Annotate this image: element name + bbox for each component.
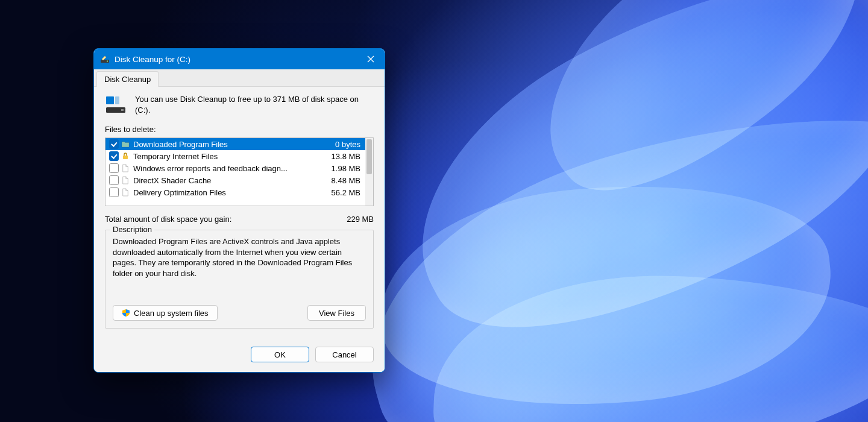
file-icon bbox=[121, 163, 130, 173]
description-group: Description Downloaded Program Files are… bbox=[105, 230, 374, 329]
cancel-button[interactable]: Cancel bbox=[315, 347, 374, 362]
window-title: Disk Cleanup for (C:) bbox=[115, 55, 357, 64]
list-item-checkbox[interactable] bbox=[109, 163, 119, 173]
file-icon bbox=[121, 187, 130, 197]
list-item-size: 13.8 MB bbox=[327, 152, 360, 161]
list-item[interactable]: Downloaded Program Files0 bytes bbox=[105, 138, 365, 150]
disk-cleanup-window: Disk Cleanup for (C:) Disk Cleanup You c… bbox=[93, 48, 385, 373]
list-item[interactable]: DirectX Shader Cache8.48 MB bbox=[105, 174, 365, 186]
tab-disk-cleanup[interactable]: Disk Cleanup bbox=[96, 71, 159, 87]
ok-label: OK bbox=[274, 350, 286, 359]
files-to-delete-label: Files to delete: bbox=[105, 125, 374, 134]
list-item-checkbox[interactable] bbox=[109, 139, 119, 149]
total-gain-value: 229 MB bbox=[347, 215, 374, 224]
total-gain-label: Total amount of disk space you gain: bbox=[105, 215, 347, 224]
clean-system-files-button[interactable]: Clean up system files bbox=[113, 305, 218, 321]
lock-icon bbox=[121, 151, 130, 161]
clean-system-files-label: Clean up system files bbox=[134, 309, 209, 318]
list-item-name: Delivery Optimization Files bbox=[132, 188, 324, 197]
list-item-size: 0 bytes bbox=[330, 140, 360, 149]
description-text: Downloaded Program Files are ActiveX con… bbox=[113, 236, 366, 297]
list-item[interactable]: Delivery Optimization Files56.2 MB bbox=[105, 186, 365, 198]
svg-rect-6 bbox=[123, 156, 128, 159]
disk-cleanup-app-icon bbox=[100, 54, 110, 64]
intro-text: You can use Disk Cleanup to free up to 3… bbox=[135, 94, 374, 116]
cancel-label: Cancel bbox=[332, 350, 356, 359]
list-item-size: 1.98 MB bbox=[327, 164, 360, 173]
list-item-name: Temporary Internet Files bbox=[132, 152, 324, 161]
svg-rect-5 bbox=[121, 109, 124, 111]
close-button[interactable] bbox=[357, 49, 385, 69]
list-item-name: DirectX Shader Cache bbox=[132, 176, 324, 185]
svg-rect-1 bbox=[107, 61, 108, 62]
view-files-label: View Files bbox=[319, 309, 354, 318]
list-item-size: 56.2 MB bbox=[327, 188, 360, 197]
view-files-button[interactable]: View Files bbox=[307, 305, 366, 321]
file-icon bbox=[121, 175, 130, 185]
scrollbar-thumb[interactable] bbox=[366, 139, 372, 174]
list-item[interactable]: Temporary Internet Files13.8 MB bbox=[105, 150, 365, 162]
list-item-name: Downloaded Program Files bbox=[132, 140, 328, 149]
titlebar[interactable]: Disk Cleanup for (C:) bbox=[94, 49, 385, 69]
svg-rect-3 bbox=[115, 96, 119, 104]
list-item-checkbox[interactable] bbox=[109, 175, 119, 185]
tabstrip: Disk Cleanup bbox=[94, 69, 385, 87]
list-item-name: Windows error reports and feedback diagn… bbox=[132, 164, 324, 173]
listbox-scrollbar[interactable] bbox=[365, 138, 373, 206]
ok-button[interactable]: OK bbox=[251, 347, 309, 362]
list-item-size: 8.48 MB bbox=[327, 176, 360, 185]
list-item-checkbox[interactable] bbox=[109, 187, 119, 197]
drive-icon bbox=[105, 94, 127, 116]
shield-icon bbox=[122, 309, 130, 317]
description-legend: Description bbox=[110, 225, 154, 234]
list-item-checkbox[interactable] bbox=[109, 151, 119, 161]
files-listbox[interactable]: Downloaded Program Files0 bytesTemporary… bbox=[105, 137, 374, 206]
list-item[interactable]: Windows error reports and feedback diagn… bbox=[105, 162, 365, 174]
folder-icon bbox=[121, 139, 130, 149]
svg-rect-2 bbox=[106, 96, 114, 104]
intro: You can use Disk Cleanup to free up to 3… bbox=[105, 94, 374, 116]
